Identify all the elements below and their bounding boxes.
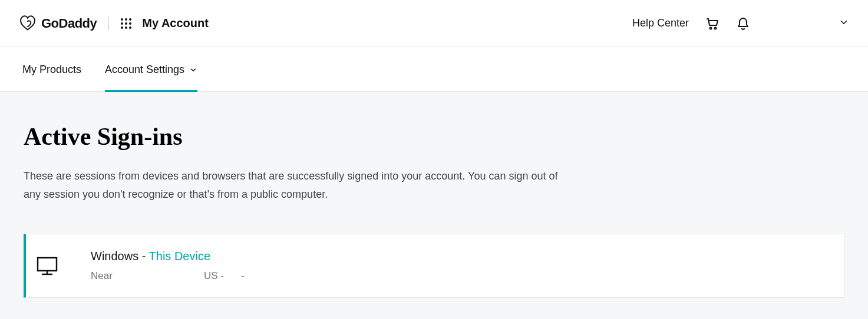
svg-rect-2 [38, 258, 57, 271]
chevron-down-icon [189, 66, 197, 74]
tab-account-settings[interactable]: Account Settings [105, 47, 197, 91]
app-grid-icon[interactable] [121, 18, 131, 29]
location-near: Near [91, 270, 204, 282]
svg-point-0 [710, 27, 712, 29]
brand-name: GoDaddy [41, 16, 97, 31]
tab-label: My Products [22, 64, 81, 76]
my-account-label[interactable]: My Account [142, 16, 209, 30]
vertical-divider [108, 17, 109, 30]
session-title: Windows - This Device [91, 250, 245, 263]
main-content: Active Sign-ins These are sessions from … [0, 92, 868, 319]
page-title: Active Sign-ins [24, 122, 844, 151]
bell-icon [736, 16, 750, 31]
session-sep: - [138, 250, 148, 262]
tab-label: Account Settings [105, 64, 184, 76]
this-device-label: This Device [149, 250, 210, 262]
account-menu-toggle[interactable] [839, 17, 849, 30]
session-os: Windows [91, 250, 138, 262]
godaddy-heart-icon [19, 15, 37, 32]
location-country: US - [204, 270, 241, 282]
location-trailing: - [241, 270, 245, 282]
session-info: Windows - This Device Near US - - [91, 250, 245, 282]
cart-button[interactable] [705, 16, 720, 31]
help-center-link[interactable]: Help Center [632, 17, 689, 29]
svg-point-1 [715, 27, 717, 29]
session-location: Near US - - [91, 270, 245, 282]
godaddy-logo[interactable]: GoDaddy [19, 15, 97, 32]
tabs-bar: My Products Account Settings [0, 47, 868, 92]
notifications-button[interactable] [736, 16, 750, 31]
cart-icon [705, 16, 720, 31]
page-description: These are sessions from devices and brow… [24, 167, 560, 203]
tab-my-products[interactable]: My Products [22, 47, 81, 91]
chevron-down-icon [839, 17, 849, 28]
top-bar: GoDaddy My Account Help Center [0, 0, 868, 47]
session-card[interactable]: Windows - This Device Near US - - [24, 234, 844, 298]
monitor-icon [37, 257, 58, 275]
